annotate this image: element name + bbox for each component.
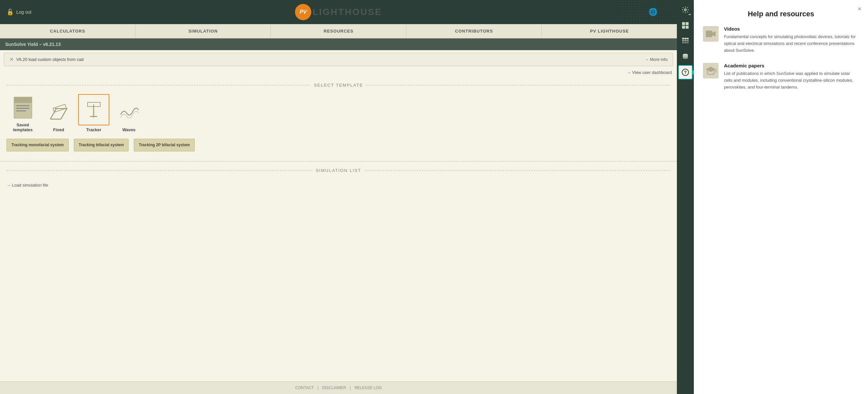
version-title: SunSolve Yield – v6.21.13 <box>5 42 61 47</box>
database-icon <box>681 53 689 61</box>
logo-area: PV LIGHTHOUSE <box>295 4 382 20</box>
nav-bar: CALCULATORS SIMULATION RESOURCES CONTRIB… <box>0 24 677 38</box>
graduation-cap-icon <box>705 65 717 77</box>
fixed-template-label: Fixed <box>53 127 64 132</box>
tracker-template-label: Tracker <box>86 127 101 132</box>
svg-rect-1 <box>16 105 29 106</box>
waves-template-icon <box>116 99 142 125</box>
notice-close-button[interactable]: ✕ <box>9 56 14 62</box>
notice-bar: ✕ V6.20 load custom objects from cad → M… <box>4 53 673 66</box>
header-decoration <box>612 0 677 24</box>
footer-divider-1: | <box>317 386 319 390</box>
svg-rect-15 <box>682 22 685 25</box>
svg-rect-20 <box>682 40 689 41</box>
sub-template-tracking-2p-bifacial[interactable]: Tracking 2P bifacial system <box>134 139 195 151</box>
sub-template-tracking-monofacial[interactable]: Tracking monofacial system <box>6 139 69 151</box>
help-academic-content: Academic papers List of publications in … <box>724 63 859 91</box>
help-panel-title: Help and resources <box>703 10 859 18</box>
template-section: SELECT TEMPLATE Saved templates <box>0 76 677 158</box>
svg-line-6 <box>61 109 67 119</box>
notice-more-info-link[interactable]: → More info <box>645 57 668 62</box>
nav-resources[interactable]: RESOURCES <box>271 24 406 38</box>
template-waves[interactable]: Waves <box>116 99 142 132</box>
notice-text: V6.20 load custom objects from cad <box>16 57 84 62</box>
help-videos-section: Videos Fundamental concepts for simulati… <box>703 26 859 54</box>
logo-pv-circle: PV <box>295 4 311 20</box>
grid-icon <box>681 22 689 29</box>
sub-template-grid: Tracking monofacial system Tracking bifa… <box>6 139 670 151</box>
help-panel: × Help and resources Videos Fundamental … <box>694 0 868 394</box>
sidebar-database-button[interactable] <box>678 50 692 64</box>
simulation-list-divider: SIMULATION LIST <box>6 168 670 173</box>
template-saved[interactable]: Saved templates <box>6 94 39 132</box>
help-videos-heading: Videos <box>724 26 859 32</box>
select-template-divider: SELECT TEMPLATE <box>6 83 670 88</box>
help-close-button[interactable]: × <box>858 5 862 13</box>
simulation-list-section: SIMULATION LIST → Load simulation file <box>0 161 677 194</box>
help-videos-content: Videos Fundamental concepts for simulati… <box>724 26 859 54</box>
nav-contributors[interactable]: CONTRIBUTORS <box>406 24 542 38</box>
table-icon <box>681 37 689 45</box>
footer-disclaimer-link[interactable]: DISCLAIMER <box>322 386 346 390</box>
select-template-label: SELECT TEMPLATE <box>314 83 363 88</box>
tracker-template-icon <box>81 97 107 123</box>
sidebar-icons: ☁ ? <box>677 0 694 394</box>
tracker-card-border <box>78 94 110 125</box>
sub-template-tracking-bifacial[interactable]: Tracking bifacial system <box>74 139 129 151</box>
svg-text:?: ? <box>684 70 687 75</box>
template-grid: Saved templates Fixed <box>6 94 670 132</box>
svg-marker-28 <box>712 31 716 36</box>
app-header: 🔓 Log out PV LIGHTHOUSE 🌐 <box>0 0 677 24</box>
sidebar-grid-button[interactable] <box>678 18 692 33</box>
saved-templates-icon <box>10 94 36 120</box>
svg-rect-27 <box>706 31 712 37</box>
help-academic-section: Academic papers List of publications in … <box>703 63 859 91</box>
app-footer: CONTACT | DISCLAIMER | RELEASE LOG <box>0 381 677 394</box>
logout-label: Log out <box>16 9 32 14</box>
svg-rect-21 <box>682 42 689 43</box>
help-academic-icon <box>703 63 718 79</box>
saved-templates-label: Saved templates <box>6 122 39 132</box>
nav-calculators[interactable]: CALCULATORS <box>0 24 135 38</box>
nav-pv-lighthouse[interactable]: PV LIGHTHOUSE <box>542 24 677 38</box>
simulation-list-label: SIMULATION LIST <box>316 168 362 173</box>
svg-rect-16 <box>686 22 689 25</box>
logout-icon: 🔓 <box>6 8 14 16</box>
help-academic-heading: Academic papers <box>724 63 859 68</box>
help-icon: ? <box>681 68 689 76</box>
footer-contact-link[interactable]: CONTACT <box>295 386 314 390</box>
logout-button[interactable]: 🔓 Log out <box>6 8 32 16</box>
nav-simulation[interactable]: SIMULATION <box>135 24 271 38</box>
svg-rect-18 <box>686 26 689 29</box>
footer-divider-2: | <box>350 386 352 390</box>
video-camera-icon <box>706 29 716 38</box>
svg-point-14 <box>685 9 686 10</box>
help-videos-text: Fundamental concepts for simulating phot… <box>724 34 859 54</box>
load-simulation-file-link[interactable]: → Load simulation file <box>6 179 48 191</box>
app-panel: 🔓 Log out PV LIGHTHOUSE 🌐 CALCULATORS SI… <box>0 0 677 394</box>
footer-release-log-link[interactable]: RELEASE LOG <box>354 386 382 390</box>
sidebar-table-button[interactable] <box>678 34 692 48</box>
view-user-dashboard-link[interactable]: → View user dashboard <box>0 69 677 76</box>
notice-content: ✕ V6.20 load custom objects from cad <box>9 56 84 62</box>
waves-template-label: Waves <box>122 127 136 132</box>
sidebar-settings-button[interactable]: ☁ <box>678 3 692 17</box>
svg-rect-3 <box>16 111 26 111</box>
template-tracker[interactable]: Tracker <box>78 94 110 132</box>
fixed-template-icon <box>45 99 72 125</box>
svg-rect-4 <box>14 97 32 103</box>
version-bar: SunSolve Yield – v6.21.13 <box>0 38 677 50</box>
help-academic-text: List of publications in which SunSolve w… <box>724 70 859 91</box>
globe-icon[interactable]: 🌐 <box>649 8 657 16</box>
sidebar-help-button[interactable]: ? <box>678 65 692 80</box>
template-fixed[interactable]: Fixed <box>45 99 72 132</box>
help-videos-icon <box>703 26 718 42</box>
logo-lighthouse-text: LIGHTHOUSE <box>313 7 382 17</box>
svg-rect-19 <box>682 38 689 39</box>
svg-rect-17 <box>682 26 685 29</box>
svg-rect-2 <box>16 108 29 109</box>
